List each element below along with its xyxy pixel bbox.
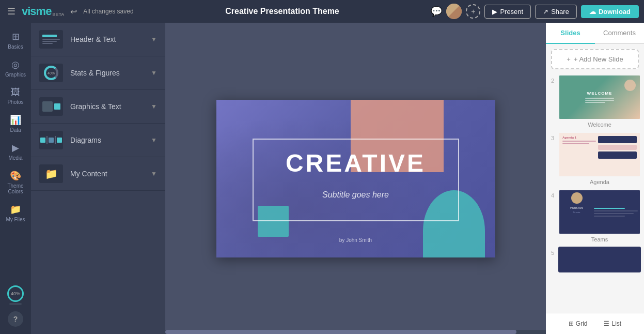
- team-line: [594, 213, 633, 214]
- slide-label: Welcome: [558, 122, 641, 128]
- teams-right: [594, 192, 638, 232]
- agenda-right: [598, 136, 637, 173]
- section-header-text: Header & Text ▼: [31, 23, 165, 56]
- sidebar-item-graphics[interactable]: ◎ Graphics: [1, 55, 30, 82]
- chevron-down-icon: ▼: [151, 170, 157, 177]
- basics-icon: ⊞: [12, 31, 20, 42]
- sidebar-item-theme-colors[interactable]: 🎨 Theme Colors: [1, 166, 30, 199]
- slide-thumbnail[interactable]: HOUSTON Director: [558, 189, 641, 235]
- add-slide-label: + Add New Slide: [574, 55, 623, 63]
- left-sidebar: ⊞ Basics ◎ Graphics 🖼 Photos 📊 Data ▶ Me…: [0, 23, 31, 334]
- content-panel: Header & Text ▼ 40% Stats & Figures ▼: [31, 23, 165, 334]
- thumb-bar: [42, 35, 57, 37]
- right-bottom-bar: ⊞ Grid ☰ List: [546, 313, 644, 334]
- section-title: Header & Text: [70, 35, 144, 43]
- media-icon: ▶: [12, 142, 19, 154]
- sidebar-item-label: Data: [10, 127, 21, 133]
- photos-icon: 🖼: [11, 87, 20, 98]
- chevron-down-icon: ▼: [151, 136, 157, 144]
- tab-slides[interactable]: Slides: [546, 23, 595, 44]
- sidebar-item-media[interactable]: ▶ Media: [1, 138, 30, 165]
- agenda-block2: [598, 145, 637, 150]
- topbar-left: ☰ visme BETA ↩ All changes saved: [5, 4, 134, 19]
- add-collaborator-button[interactable]: +: [466, 4, 480, 19]
- welcome-line: [585, 102, 605, 103]
- section-title: Stats & Figures: [70, 69, 144, 77]
- theme-colors-icon: 🎨: [10, 170, 21, 181]
- slide-byline[interactable]: by John Smith: [216, 237, 495, 243]
- sidebar-item-label: Basics: [8, 44, 23, 50]
- grid-view-button[interactable]: ⊞ Grid: [563, 317, 593, 330]
- share-button[interactable]: ↗ Share: [535, 5, 577, 19]
- add-new-slide-button[interactable]: + + Add New Slide: [551, 49, 639, 69]
- slide-thumb-wrap[interactable]: WELCOME Welcome: [558, 74, 641, 128]
- slides-list: 2 WELCOME: [546, 74, 644, 313]
- topbar-right: 💬 + ▶ Present ↗ Share ☁ Download: [431, 4, 639, 19]
- present-button[interactable]: ▶ Present: [484, 5, 531, 19]
- graphics-icon: ◎: [11, 59, 20, 70]
- team-avatar: [571, 192, 583, 204]
- slide-thumb-wrap[interactable]: [558, 247, 641, 272]
- slide-number: 2: [549, 74, 556, 84]
- chevron-down-icon: ▼: [151, 36, 157, 43]
- section-header-row[interactable]: 40% Stats & Figures ▼: [31, 56, 165, 89]
- section-title: Graphics & Text: [70, 102, 144, 111]
- play-icon: ▶: [492, 8, 497, 16]
- canvas-scrollbar[interactable]: [165, 330, 546, 334]
- sidebar-item-data[interactable]: 📊 Data: [1, 110, 30, 137]
- slide-thumbnail[interactable]: WELCOME: [558, 74, 641, 120]
- slide-subtitle[interactable]: Subtitle goes here: [216, 190, 495, 200]
- slide-canvas[interactable]: CREATIVE Subtitle goes here by John Smit…: [216, 100, 495, 257]
- section-header-row[interactable]: Header & Text ▼: [31, 23, 165, 56]
- section-header-row[interactable]: Diagrams ▼: [31, 124, 165, 157]
- doc-title[interactable]: Creative Presentation Theme: [138, 7, 427, 16]
- team-line-b: [594, 208, 624, 209]
- section-thumbnail: [39, 30, 63, 49]
- topbar: ☰ visme BETA ↩ All changes saved Creativ…: [0, 0, 644, 23]
- slide-thumb-wrap[interactable]: Agenda 1 Agenda: [558, 132, 641, 185]
- sidebar-item-basics[interactable]: ⊞ Basics: [1, 27, 30, 54]
- undo-icon[interactable]: ↩: [68, 5, 79, 19]
- sidebar-item-my-files[interactable]: 📁 My Files: [1, 200, 30, 226]
- slide-label: Teams: [558, 236, 641, 242]
- progress-circle: 40%: [7, 285, 24, 302]
- agenda-left: Agenda 1: [562, 136, 596, 173]
- agenda-title: Agenda 1: [562, 136, 596, 139]
- avatar-img: [446, 4, 462, 19]
- list-item: 3 Agenda 1: [549, 132, 641, 185]
- menu-icon[interactable]: ☰: [5, 4, 18, 19]
- list-view-button[interactable]: ☰ List: [599, 317, 626, 330]
- slide-thumb-wrap[interactable]: HOUSTON Director Teams: [558, 189, 641, 242]
- teams-slide-preview: HOUSTON Director: [559, 190, 640, 234]
- logo-text: visme: [22, 5, 51, 18]
- canvas-area[interactable]: CREATIVE Subtitle goes here by John Smit…: [165, 23, 546, 334]
- progress-indicator: 40%: [7, 283, 24, 307]
- folder-icon: 📁: [45, 168, 58, 180]
- grid-icon: ⊞: [569, 320, 574, 327]
- list-icon: ☰: [604, 320, 609, 327]
- logo: visme BETA: [22, 5, 64, 18]
- download-button[interactable]: ☁ Download: [581, 5, 639, 18]
- agenda-slide-preview: Agenda 1: [559, 133, 640, 176]
- help-button[interactable]: ?: [8, 311, 23, 327]
- thumb-line: [55, 136, 56, 144]
- slide-thumbnail[interactable]: Agenda 1: [558, 132, 641, 177]
- tab-comments[interactable]: Comments: [595, 23, 644, 44]
- welcome-title: WELCOME: [587, 91, 612, 96]
- slide-5-partial: [558, 247, 641, 272]
- section-title: Diagrams: [70, 136, 144, 144]
- sidebar-item-label: Theme Colors: [4, 183, 27, 194]
- slide-title[interactable]: CREATIVE: [216, 149, 495, 177]
- data-icon: 📊: [10, 114, 21, 126]
- comment-icon[interactable]: 💬: [431, 6, 442, 17]
- section-header-row[interactable]: Graphics & Text ▼: [31, 90, 165, 123]
- logo-beta: BETA: [52, 12, 64, 17]
- thumb-img: [42, 101, 53, 112]
- welcome-line: [585, 98, 614, 99]
- right-tabs: Slides Comments: [546, 23, 644, 44]
- thumb-line: [46, 136, 48, 144]
- section-header-row[interactable]: 📁 My Content ▼: [31, 157, 165, 190]
- sidebar-item-photos[interactable]: 🖼 Photos: [1, 83, 30, 109]
- main: ⊞ Basics ◎ Graphics 🖼 Photos 📊 Data ▶ Me…: [0, 23, 644, 334]
- thumb-line: [42, 39, 60, 40]
